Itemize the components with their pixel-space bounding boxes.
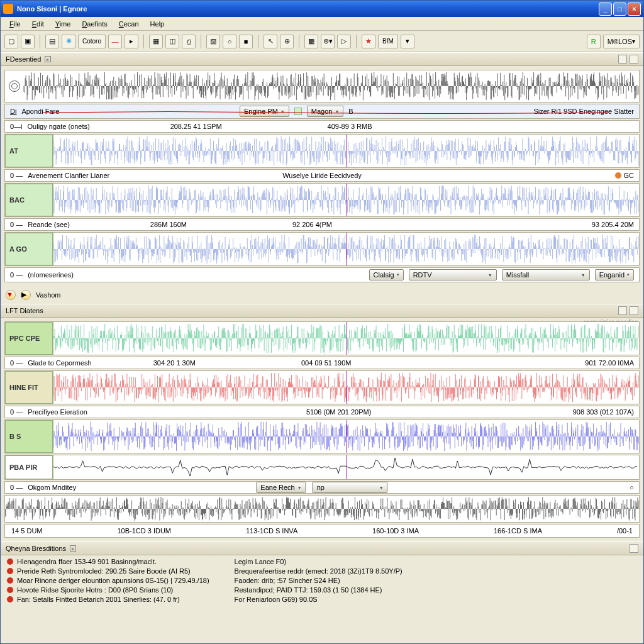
status-dot-icon: [7, 577, 13, 584]
status-r4: For Reniarloon G69) 90.0S: [235, 596, 318, 603]
track-pbc-label[interactable]: PPC CPE: [5, 322, 53, 355]
panel-diatens-header[interactable]: LFT Diatens: [1, 304, 643, 318]
marker-box[interactable]: [294, 108, 302, 115]
vashom-label: Vashom: [36, 291, 61, 299]
tool-r[interactable]: R: [587, 35, 601, 48]
menu-daefints[interactable]: Daefints: [77, 19, 112, 29]
status-opt[interactable]: [630, 544, 638, 553]
tool-cotoro[interactable]: Cotoro: [78, 35, 106, 48]
track-ago[interactable]: A GO: [4, 232, 640, 266]
tool-new[interactable]: ▢: [4, 35, 18, 48]
dropdowns-row: 0 —(nlomeserines) Clalsig▾ RDTV▼ Missfal…: [4, 267, 640, 282]
dd-enganid[interactable]: Enganid▾: [595, 269, 634, 280]
tool-bfm[interactable]: BfM: [378, 35, 398, 48]
panel-desentied-header[interactable]: FDesentied ▸: [1, 52, 643, 66]
info5-text: Glade to Cepormesh: [28, 359, 92, 367]
status-l1: Preride Reth Syntromlocled: 290.25 Saire…: [17, 567, 191, 575]
close-button[interactable]: ×: [628, 3, 641, 16]
panel2-opt-1[interactable]: [618, 306, 627, 315]
track-hine[interactable]: HINE FIT: [4, 370, 640, 404]
track-bs-label[interactable]: B S: [5, 420, 53, 453]
ruler-5: /00-1: [617, 527, 633, 535]
tool-globe[interactable]: ⊛▾: [321, 35, 335, 48]
status-dot-icon: [7, 596, 13, 602]
status-l2: Moar Rinone deriger elountion apunsions …: [17, 577, 209, 584]
panel-status-header[interactable]: Qheyna Bresditions ▸: [1, 541, 643, 555]
menu-cecan[interactable]: Cecan: [114, 19, 144, 29]
status-col-left: Hienagendra ffaer 153-49 901 Basinng/mac…: [7, 558, 209, 603]
menu-help[interactable]: Help: [145, 19, 170, 29]
track-pba-label[interactable]: PBA PIR: [5, 455, 53, 479]
info6-v3: 908 303 (012 107A): [573, 408, 634, 416]
np-select[interactable]: np▼: [313, 482, 388, 493]
menu-yime[interactable]: Yime: [50, 19, 76, 29]
nav-right-icon[interactable]: ▶: [21, 290, 31, 300]
dd-missfall[interactable]: Missfall▼: [502, 269, 590, 280]
status-l4: Fan: Setalls Fintted Betarich 2001 Siner…: [17, 596, 180, 603]
ruler-3: 160-10D 3 IMA: [372, 527, 419, 535]
tool-cursor[interactable]: ↖: [264, 35, 277, 48]
speaker-icon: [9, 80, 20, 92]
minimize-button[interactable]: _: [599, 3, 612, 16]
dd-rdtv[interactable]: RDTV▼: [409, 269, 497, 280]
tool-layers[interactable]: ▩: [304, 35, 318, 48]
track-bs[interactable]: B S: [4, 419, 640, 453]
info-strip-2: 0 —Avenement Clanfier Lianer Wuselye Lir…: [4, 169, 640, 182]
tool-flag[interactable]: ▸: [125, 35, 138, 48]
track-hine-label[interactable]: HINE FIT: [5, 371, 53, 404]
info-strip-6: 0 —Precifiyeo Eieration 5106 (0M 201 20P…: [4, 406, 640, 418]
section-separator: ▼ ▶ Vashom: [1, 286, 643, 304]
tool-snow[interactable]: ✱: [62, 35, 75, 48]
nav-down-icon[interactable]: ▼: [6, 290, 16, 300]
track-at[interactable]: AT: [4, 134, 640, 168]
status-r1: Brequerafeertise reddr (emecl: 2018 (3Zi…: [235, 567, 402, 575]
status-col-right: Legim Lance F0) Brequerafeertise reddr (…: [235, 558, 402, 603]
tool-monitor[interactable]: ▤: [45, 35, 59, 48]
menu-edit[interactable]: Edit: [27, 19, 49, 29]
maximize-button[interactable]: □: [613, 3, 626, 16]
tool-open[interactable]: ▣: [21, 35, 35, 48]
status-dot-icon: [7, 558, 13, 565]
expand-icon-2[interactable]: ▸: [70, 545, 76, 552]
tool-overlay[interactable]: ▧: [206, 35, 220, 48]
magon-select[interactable]: Magon▼: [307, 106, 344, 117]
tool-play[interactable]: ▷: [337, 35, 351, 48]
playhead-cursor[interactable]: [347, 135, 347, 167]
track-at-label[interactable]: AT: [5, 135, 53, 167]
tool-stop[interactable]: ■: [239, 35, 253, 48]
b-label: B: [348, 108, 353, 115]
summary-waveform[interactable]: [4, 495, 640, 523]
info1-v1: 208.25 41 1SPM: [170, 123, 222, 130]
expand-icon[interactable]: ▸: [45, 56, 51, 62]
track-ago-label[interactable]: A GO: [5, 233, 53, 265]
track-bac[interactable]: BAC: [4, 183, 640, 217]
track-bac-label[interactable]: BAC: [5, 184, 53, 216]
panel-opt-1[interactable]: [618, 55, 627, 64]
tool-grid[interactable]: ▦: [149, 35, 163, 48]
dd-clalsig[interactable]: Clalsig▾: [369, 269, 404, 280]
panel-opt-2[interactable]: [630, 55, 638, 64]
window-title: Nono Sisoni | Egnore: [17, 5, 87, 13]
tool-circle[interactable]: ○: [223, 35, 236, 48]
menu-file[interactable]: File: [4, 19, 26, 29]
time-ruler[interactable]: 14 5 DUM 10B-1CD 3 IDUM 113-1CD S INVA 1…: [4, 524, 640, 538]
eane-rech-select[interactable]: Eane Rech▼: [256, 482, 306, 493]
info3-text: Reande (see): [28, 221, 70, 228]
status-dot-icon: [7, 568, 13, 574]
overview-waveform[interactable]: [4, 70, 640, 103]
engine-pm-select[interactable]: Engine PM▼: [240, 106, 289, 117]
tool-mode[interactable]: M®LOS ▾: [603, 35, 640, 48]
tool-print[interactable]: ⎙: [182, 35, 196, 48]
panel2-opt-2[interactable]: [630, 306, 638, 315]
tool-dd[interactable]: ▾: [401, 35, 414, 48]
track-pba[interactable]: PBA PIR: [4, 455, 640, 480]
track-pbc[interactable]: PPC CPE: [4, 321, 640, 355]
status-r2: Faoden: drib; :57 Sincher S24 HE): [235, 577, 340, 584]
tool-star[interactable]: ★: [362, 35, 375, 48]
tool-line[interactable]: —: [108, 35, 122, 48]
info3-v3: 93 205.4 20M: [592, 221, 634, 228]
tool-target[interactable]: ⊕: [280, 35, 294, 48]
tool-chart[interactable]: ◫: [165, 35, 179, 48]
info1-v2: 409-89 3 RMB: [328, 123, 372, 130]
info6-text: Precifiyeo Eieration: [28, 408, 87, 416]
